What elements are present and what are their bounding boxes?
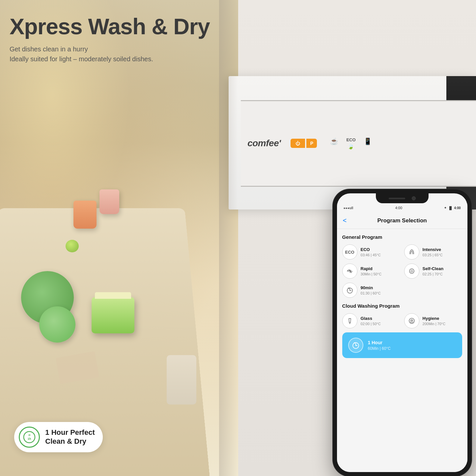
programs-grid-2: Rapid 30Min | 50°C Self-Clean [342,264,462,279]
wash-icon-eco: ECO 🍃 [346,137,355,150]
1hour-detail: 60Min | 60°C [368,346,391,351]
hygiene-detail: 200Min | 70°C [423,322,446,326]
eco-info: ECO 03:46 | 45°C [361,247,381,257]
svg-text:90': 90' [348,287,350,289]
intensive-icon-circle [404,244,419,260]
selfclean-detail: 02:25 | 70°C [423,272,444,276]
program-eco[interactable]: ECO ECO 03:46 | 45°C [342,244,400,260]
fruit [66,240,79,252]
glass-info: Glass 02:00 | 50°C [361,316,381,326]
battery-icon: ▐▌ [448,206,453,210]
program-rapid[interactable]: Rapid 30Min | 50°C [342,264,400,279]
program-button[interactable]: P [306,139,317,148]
svg-text:1h: 1h [354,342,356,344]
highlighted-program-container: 1h 1 Hour 60Min | 60°C [342,332,462,358]
eco-detail: 03:46 | 45°C [361,253,381,257]
section-cloud-title: Cloud Washing Program [342,303,462,309]
hour-badge-text: 1 Hour PerfectClean & Dry [45,428,95,446]
rapid-svg-icon [346,267,353,275]
selfclean-icon-circle [404,264,419,279]
dishwasher-control-panel: comfee' ⏻ P ☕ ECO 🍃 📱 [241,100,476,187]
eco-icon: ECO [345,250,354,255]
subtitle: Get dishes clean in a hurry Ideally suit… [10,44,229,64]
brand-logo: comfee' [247,138,281,149]
plate-small [39,306,75,343]
status-signal: ●●●ull [344,206,353,210]
kitchen-background [0,0,262,476]
power-button[interactable]: ⏻ [291,139,305,148]
glass-icon-circle [342,313,357,328]
bluetooth-icon: ✦ [444,206,447,210]
wash-mode-icons: ☕ ECO 🍃 📱 [330,137,372,150]
eco-label: ECO [346,137,355,142]
phone-mockup: ●●●ull 4:00 ✦ ▐▌ 4:00 < Program Selectio… [333,189,471,476]
program-intensive[interactable]: Intensive 03:25 | 65°C [404,244,462,260]
intensive-name: Intensive [423,247,443,252]
hygiene-name: Hygiene [423,316,446,321]
program-1hour-highlighted[interactable]: 1h 1 Hour 60Min | 60°C [342,332,462,358]
1hour-name: 1 Hour [368,340,391,345]
svg-point-7 [411,320,412,322]
back-button[interactable]: < [343,217,347,224]
phone-icon: 📱 [364,137,372,145]
eco-icon: 🍃 [348,143,354,150]
phone-notch [376,193,429,203]
intensive-svg-icon [408,248,415,256]
eco-icon-circle: ECO [342,244,357,260]
status-battery: ✦ ▐▌ 4:00 [444,206,461,210]
programs-grid-1: ECO ECO 03:46 | 45°C [342,244,462,260]
rapid-name: Rapid [361,266,382,271]
subtitle-line2: Ideally suited for light – moderately so… [10,55,153,63]
status-bar: ●●●ull 4:00 ✦ ▐▌ 4:00 [337,203,467,212]
selfclean-info: Self-Clean 02:25 | 70°C [423,266,444,276]
cup-icon: ☕ [330,137,338,145]
phone-outer: ●●●ull 4:00 ✦ ▐▌ 4:00 < Program Selectio… [333,189,471,476]
glass-detail: 02:00 | 50°C [361,322,381,326]
hygiene-svg-icon [408,317,415,324]
svg-text:1h: 1h [28,437,31,440]
intensive-info: Intensive 03:25 | 65°C [423,247,443,257]
rapid-info: Rapid 30Min | 50°C [361,266,382,276]
app-screen-title: Program Selection [377,217,427,224]
battery-level: 4:00 [454,206,461,210]
rapid-detail: 30Min | 50°C [361,272,382,276]
eco-name: ECO [361,247,381,252]
program-hygiene[interactable]: Hygiene 200Min | 70°C [404,313,462,328]
wash-icon-1: ☕ [330,137,338,150]
1hour-icon-circle: 1h [348,338,363,353]
90min-icon-circle: 90' [342,283,357,298]
svg-point-3 [409,269,414,273]
app-content[interactable]: General Program ECO ECO 03:46 | 45°C [337,229,467,472]
status-time: 4:00 [395,206,402,210]
program-selfclean[interactable]: Self-Clean 02:25 | 70°C [404,264,462,279]
section-general-title: General Program [342,234,462,240]
notch-speaker [389,198,405,199]
phone-screen: ●●●ull 4:00 ✦ ▐▌ 4:00 < Program Selectio… [337,193,467,472]
cup-pink [99,189,119,214]
cake [92,297,134,333]
hour-badge: ⟳ 1h 1 Hour PerfectClean & Dry [14,422,102,452]
rapid-icon-circle [342,264,357,279]
app-header: < Program Selection [337,212,467,229]
subtitle-line1: Get dishes clean in a hurry [10,45,88,53]
90min-detail: 01:30 | 60°C [361,291,381,295]
intensive-detail: 03:25 | 65°C [423,253,443,257]
chair [167,355,196,405]
90min-svg-icon: 90' [346,287,353,294]
program-90min-row: 90' 90min 01:30 | 60°C [342,283,462,298]
svg-text:⟳: ⟳ [28,434,31,437]
cup-orange [73,201,97,229]
notch-camera [412,196,416,200]
program-90min[interactable]: 90' 90min 01:30 | 60°C [342,283,381,298]
1hour-svg-icon: 1h [352,341,360,349]
glass-name: Glass [361,316,381,321]
main-title: Xpress Wash & Dry [10,14,229,39]
90min-name: 90min [361,285,381,291]
1hour-info: 1 Hour 60Min | 60°C [368,340,391,351]
hour-badge-icon: ⟳ 1h [19,427,40,448]
program-glass[interactable]: Glass 02:00 | 50°C [342,313,400,328]
wash-icon-3: 📱 [364,137,372,150]
programs-grid-cloud: Glass 02:00 | 50°C [342,313,462,328]
selfclean-svg-icon [408,267,415,275]
glass-svg-icon [346,317,353,324]
